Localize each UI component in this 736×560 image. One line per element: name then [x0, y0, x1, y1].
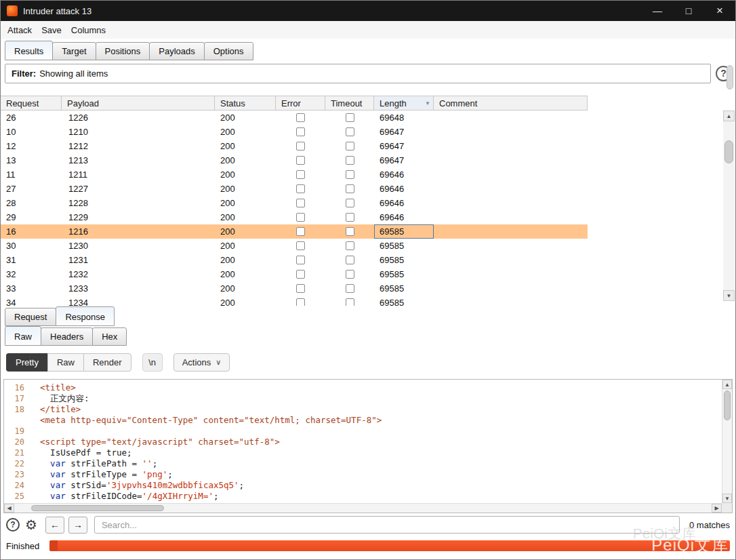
editor-horizontal-scrollbar[interactable]: ◀ ▶	[4, 503, 722, 513]
tab-response[interactable]: Response	[56, 306, 115, 326]
newline-toggle-button[interactable]: \n	[142, 353, 163, 372]
error-checkbox[interactable]	[296, 298, 305, 306]
line-number: 24	[4, 480, 30, 491]
chevron-down-icon: ∨	[216, 358, 221, 367]
table-row[interactable]: 13121320069647	[1, 153, 588, 167]
table-row[interactable]: 12121220069647	[1, 139, 588, 153]
table-row[interactable]: 31123120069585	[1, 253, 588, 267]
error-checkbox[interactable]	[296, 113, 305, 122]
pretty-button[interactable]: Pretty	[6, 353, 47, 372]
table-row[interactable]: 11121120069646	[1, 167, 588, 182]
tab-results[interactable]: Results	[5, 41, 53, 60]
error-checkbox[interactable]	[296, 270, 305, 279]
column-header-timeout[interactable]: Timeout	[325, 96, 374, 110]
scroll-right-icon[interactable]: ▶	[712, 504, 722, 513]
timeout-checkbox[interactable]	[346, 199, 354, 207]
table-row[interactable]: 30123020069585	[1, 239, 588, 253]
burp-icon	[7, 5, 18, 16]
timeout-checkbox[interactable]	[346, 227, 354, 236]
gear-icon[interactable]: ⚙	[25, 518, 37, 532]
timeout-checkbox[interactable]	[346, 127, 354, 136]
menu-attack[interactable]: Attack	[3, 22, 37, 38]
column-header-status[interactable]: Status	[215, 96, 276, 110]
filter-bar[interactable]: Filter: Showing all items	[5, 64, 711, 83]
timeout-checkbox[interactable]	[346, 256, 354, 264]
timeout-checkbox[interactable]	[346, 284, 354, 293]
scroll-up-icon[interactable]: ▲	[723, 111, 735, 121]
scrollbar-thumb[interactable]	[31, 505, 164, 511]
error-checkbox[interactable]	[296, 156, 305, 165]
scroll-left-icon[interactable]: ◀	[4, 504, 14, 513]
tab-payloads[interactable]: Payloads	[149, 42, 204, 60]
error-checkbox[interactable]	[296, 227, 305, 236]
timeout-checkbox[interactable]	[346, 156, 354, 165]
error-checkbox[interactable]	[296, 199, 305, 207]
table-row[interactable]: 34123420069585	[1, 296, 588, 306]
timeout-checkbox[interactable]	[346, 270, 354, 279]
cell-error	[276, 296, 325, 306]
table-row[interactable]: 10121020069647	[1, 125, 588, 139]
scroll-up-icon[interactable]: ▲	[722, 380, 732, 389]
timeout-checkbox[interactable]	[346, 113, 354, 122]
error-checkbox[interactable]	[296, 184, 305, 193]
error-checkbox[interactable]	[296, 213, 305, 222]
timeout-checkbox[interactable]	[346, 184, 354, 193]
column-header-comment[interactable]: Comment	[434, 96, 588, 110]
cell-error	[276, 281, 325, 296]
panel-scrollbar-thumb[interactable]	[727, 65, 733, 89]
error-checkbox[interactable]	[296, 127, 305, 136]
table-row[interactable]: 27122720069646	[1, 182, 588, 196]
close-button[interactable]: ×	[704, 1, 735, 21]
tab-headers[interactable]: Headers	[41, 327, 93, 346]
timeout-checkbox[interactable]	[346, 142, 354, 151]
tab-target[interactable]: Target	[52, 42, 96, 60]
render-button[interactable]: Render	[83, 353, 131, 372]
tab-hex[interactable]: Hex	[92, 327, 127, 346]
column-header-payload[interactable]: Payload	[62, 96, 215, 110]
menu-save[interactable]: Save	[37, 22, 66, 38]
menu-columns[interactable]: Columns	[66, 22, 110, 38]
table-row[interactable]: 16121620069585	[1, 224, 588, 239]
cell-timeout	[325, 239, 374, 253]
timeout-checkbox[interactable]	[346, 298, 354, 306]
timeout-checkbox[interactable]	[346, 170, 354, 179]
editor-vertical-scrollbar[interactable]: ▲ ▼	[722, 380, 732, 503]
tab-request[interactable]: Request	[5, 308, 56, 326]
scrollbar-thumb[interactable]	[724, 140, 733, 163]
timeout-checkbox[interactable]	[346, 213, 354, 222]
table-row[interactable]: 32123220069585	[1, 267, 588, 281]
scroll-down-icon[interactable]: ▼	[723, 290, 735, 301]
column-header-error[interactable]: Error	[276, 96, 325, 110]
table-row[interactable]: 28122820069646	[1, 196, 588, 210]
cell-length: 69646	[374, 210, 434, 224]
error-checkbox[interactable]	[296, 256, 305, 264]
column-header-length[interactable]: Length ▼	[374, 96, 434, 110]
minimize-button[interactable]: —	[642, 1, 673, 21]
code-line: <meta http-equiv="Content-Type" content=…	[4, 415, 722, 426]
error-checkbox[interactable]	[296, 170, 305, 179]
tab-positions[interactable]: Positions	[96, 42, 150, 60]
next-match-button[interactable]: →	[68, 517, 87, 534]
search-input[interactable]	[94, 516, 680, 534]
previous-match-button[interactable]: ←	[45, 517, 64, 534]
filter-value: Showing all items	[39, 68, 108, 79]
help-icon[interactable]: ?	[6, 518, 20, 532]
scroll-down-icon[interactable]: ▼	[722, 494, 732, 503]
raw-button[interactable]: Raw	[47, 353, 83, 372]
timeout-checkbox[interactable]	[346, 241, 354, 250]
actions-button[interactable]: Actions ∨	[173, 353, 230, 372]
column-header-request[interactable]: Request	[1, 96, 62, 110]
tab-raw[interactable]: Raw	[5, 326, 41, 346]
error-checkbox[interactable]	[296, 284, 305, 293]
code-line: 25 var strFileIDCode='/4gXIHrryiM=';	[4, 491, 722, 502]
table-row[interactable]: 26122620069648	[1, 111, 588, 125]
maximize-button[interactable]: □	[673, 1, 704, 21]
scrollbar-thumb[interactable]	[724, 391, 731, 420]
error-checkbox[interactable]	[296, 142, 305, 151]
code-lines[interactable]: 16 <title>17 正文内容:18 </title> <meta http…	[4, 380, 722, 503]
tab-options[interactable]: Options	[204, 42, 253, 60]
table-scrollbar[interactable]: ▲ ▼	[723, 111, 735, 301]
table-row[interactable]: 29122920069646	[1, 210, 588, 224]
table-row[interactable]: 33123320069585	[1, 281, 588, 296]
error-checkbox[interactable]	[296, 241, 305, 250]
